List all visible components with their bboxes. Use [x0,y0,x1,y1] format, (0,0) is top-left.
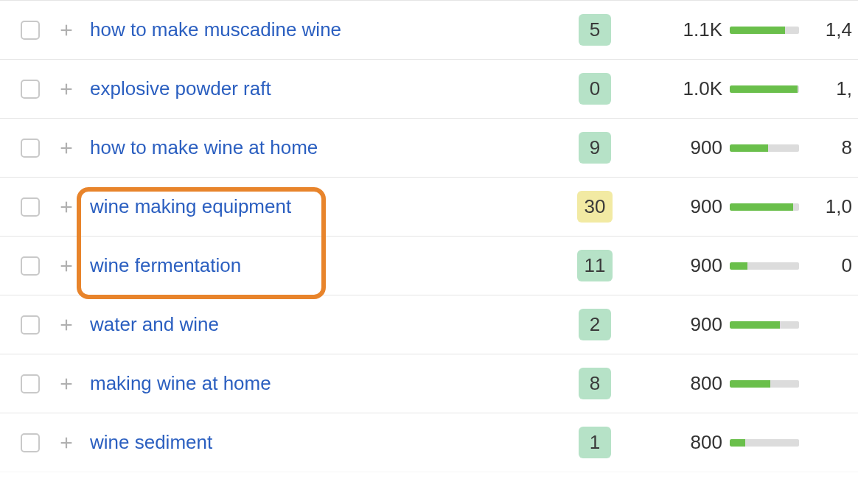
volume-cell: 900 [621,254,730,277]
row-checkbox[interactable] [21,315,40,335]
bar-cell [730,262,818,270]
keyword-link[interactable]: wine making equipment [90,195,291,217]
row-checkbox[interactable] [21,80,40,99]
extra-cell: 1,0 [818,195,852,218]
bar-cell [730,321,818,329]
row-checkbox[interactable] [21,433,40,452]
expand-icon[interactable] [56,20,77,41]
bar-fill [730,144,768,152]
table-row: explosive powder raft 0 1.0K 1, [0,59,858,118]
keyword-link[interactable]: making wine at home [90,372,271,394]
kd-cell: 9 [569,132,621,164]
bar-fill [730,85,798,93]
keyword-link[interactable]: wine fermentation [90,254,241,276]
table-row: wine sediment 1 800 [0,413,858,472]
bar-track [730,85,799,93]
extra-cell: 1,4 [818,18,852,41]
bar-track [730,321,799,329]
keyword-link[interactable]: how to make muscadine wine [90,18,341,41]
expand-icon[interactable] [56,197,77,217]
bar-track [730,144,799,152]
kd-badge: 1 [579,427,611,458]
row-checkbox[interactable] [21,197,40,217]
kd-cell: 1 [569,427,621,458]
volume-cell: 1.0K [621,77,730,100]
volume-cell: 900 [621,313,730,336]
kd-cell: 5 [569,14,621,46]
bar-track [730,203,799,211]
bar-cell [730,439,818,447]
keyword-link[interactable]: water and wine [90,313,219,335]
keyword-cell: explosive powder raft [90,77,569,100]
volume-cell: 900 [621,195,730,218]
kd-badge: 11 [577,250,613,281]
bar-cell [730,27,818,34]
kd-badge: 2 [579,309,611,340]
kd-badge: 9 [579,132,611,164]
volume-cell: 800 [621,372,730,395]
bar-fill [730,439,745,447]
expand-icon[interactable] [56,315,77,335]
row-checkbox[interactable] [21,21,40,40]
bar-fill [730,203,793,211]
expand-icon[interactable] [56,433,77,453]
bar-cell [730,203,818,211]
bar-fill [730,380,770,388]
keyword-cell: how to make muscadine wine [90,18,569,41]
table-row: water and wine 2 900 [0,295,858,354]
keyword-cell: wine sediment [90,431,569,454]
volume-cell: 900 [621,136,730,159]
row-checkbox[interactable] [21,256,40,276]
expand-icon[interactable] [56,374,77,394]
row-checkbox[interactable] [21,374,40,393]
extra-cell: 1, [818,77,852,100]
keyword-cell: how to make wine at home [90,136,569,159]
bar-fill [730,262,747,270]
kd-badge: 8 [579,368,611,399]
kd-cell [569,487,621,496]
kd-cell: 8 [569,368,621,399]
bar-cell [730,85,818,93]
bar-cell [730,380,818,388]
kd-badge: 30 [577,191,613,223]
bar-track [730,262,799,270]
expand-icon[interactable] [56,256,77,276]
table-row: how to make wine at home 9 900 8 [0,118,858,177]
kd-cell: 30 [569,191,621,223]
keyword-link[interactable]: wine sediment [90,431,212,453]
bar-track [730,380,799,388]
volume-cell: 800 [621,431,730,454]
table-row: making wine at home 8 800 [0,354,858,413]
bar-fill [730,27,785,34]
kd-cell: 2 [569,309,621,340]
keyword-cell: wine fermentation [90,254,569,277]
row-checkbox[interactable] [21,139,40,158]
bar-track [730,439,799,447]
extra-cell: 0 [818,254,852,277]
table-row: wine making equipment 30 900 1,0 [0,177,858,236]
table-row: how to make muscadine wine 5 1.1K 1,4 [0,0,858,59]
keyword-link[interactable]: how to make wine at home [90,136,318,158]
volume-cell: 1.1K [621,18,730,41]
kd-badge: 5 [579,14,611,46]
bar-track [730,27,799,34]
extra-cell: 8 [818,136,852,159]
keyword-cell: water and wine [90,313,569,336]
bar-cell [730,487,818,494]
kd-badge: 0 [579,73,611,105]
keyword-cell: making wine at home [90,372,569,395]
kd-cell: 0 [569,73,621,105]
table-row [0,472,858,501]
keyword-table: how to make muscadine wine 5 1.1K 1,4 ex… [0,0,858,501]
bar-cell [730,144,818,152]
expand-icon[interactable] [56,79,77,99]
keyword-link[interactable]: explosive powder raft [90,77,271,99]
keyword-cell: wine making equipment [90,195,569,218]
kd-cell: 11 [569,250,621,281]
expand-icon[interactable] [56,138,77,158]
table-row: wine fermentation 11 900 0 [0,236,858,295]
bar-fill [730,321,780,329]
